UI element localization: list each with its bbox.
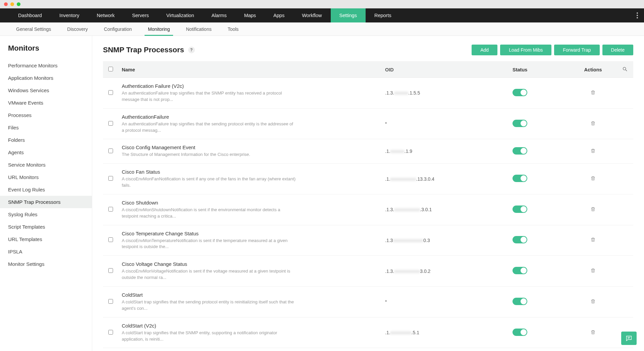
- status-toggle[interactable]: [513, 147, 527, 155]
- sidebar-item-application-monitors[interactable]: Application Monitors: [0, 72, 92, 84]
- row-name[interactable]: Cisco Config Management Event: [122, 144, 378, 150]
- sidebar-item-script-templates[interactable]: Script Templates: [0, 221, 92, 233]
- status-toggle[interactable]: [513, 89, 527, 96]
- oid-prefix: *: [385, 299, 387, 304]
- row-name[interactable]: Cisco Temperature Change Status: [122, 231, 378, 236]
- delete-row-icon[interactable]: [590, 237, 596, 242]
- subnav-item-general-settings[interactable]: General Settings: [8, 22, 59, 36]
- row-checkbox[interactable]: [108, 299, 113, 304]
- row-name[interactable]: AuthenticationFailure: [122, 114, 378, 120]
- delete-row-icon[interactable]: [590, 299, 596, 304]
- oid-obscured: xxxxxxxxxxxxx: [393, 238, 423, 243]
- subnav-item-configuration[interactable]: Configuration: [96, 22, 140, 36]
- topnav-item-dashboard[interactable]: Dashboard: [9, 8, 51, 22]
- sidebar-item-windows-services[interactable]: Windows Services: [0, 84, 92, 97]
- oid-suffix: .3.0.1: [420, 207, 432, 212]
- topnav-item-network[interactable]: Network: [88, 8, 123, 22]
- sidebar-item-snmp-trap-processors[interactable]: SNMP Trap Processors: [0, 196, 92, 208]
- forward-trap-button[interactable]: Forward Trap: [554, 45, 599, 55]
- delete-row-icon[interactable]: [590, 268, 596, 273]
- sidebar-item-event-log-rules[interactable]: Event Log Rules: [0, 183, 92, 196]
- kebab-menu-icon[interactable]: [637, 12, 638, 18]
- topnav-item-settings[interactable]: Settings: [331, 8, 366, 22]
- delete-row-icon[interactable]: [590, 121, 596, 126]
- status-toggle[interactable]: [513, 298, 527, 305]
- status-toggle[interactable]: [513, 206, 527, 213]
- window-titlebar: [0, 0, 644, 8]
- status-toggle[interactable]: [513, 267, 527, 274]
- status-toggle[interactable]: [513, 236, 527, 243]
- chat-fab[interactable]: [621, 332, 637, 345]
- subnav-item-monitoring[interactable]: Monitoring: [140, 22, 178, 36]
- delete-row-icon[interactable]: [590, 330, 596, 335]
- delete-row-icon[interactable]: [590, 90, 596, 95]
- sidebar-item-folders[interactable]: Folders: [0, 134, 92, 146]
- topnav-item-workflow[interactable]: Workflow: [293, 8, 330, 22]
- topnav-item-maps[interactable]: Maps: [235, 8, 265, 22]
- row-checkbox[interactable]: [108, 330, 113, 335]
- topnav-item-reports[interactable]: Reports: [366, 8, 400, 22]
- sidebar-item-syslog-rules[interactable]: Syslog Rules: [0, 208, 92, 221]
- oid-obscured: xxxxxxxxxxx: [390, 176, 416, 182]
- help-icon[interactable]: ?: [188, 47, 195, 53]
- row-checkbox[interactable]: [108, 121, 113, 126]
- sidebar-item-url-monitors[interactable]: URL Monitors: [0, 171, 92, 183]
- minimize-window-icon[interactable]: [10, 2, 14, 6]
- col-status: Status: [509, 62, 570, 78]
- row-description: The Structure of Management Information …: [122, 152, 296, 158]
- topnav-item-virtualization[interactable]: Virtualization: [158, 8, 203, 22]
- search-icon[interactable]: [622, 67, 628, 73]
- status-toggle[interactable]: [513, 329, 527, 336]
- col-name: Name: [118, 62, 382, 78]
- topnav-item-alarms[interactable]: Alarms: [203, 8, 235, 22]
- load-from-mibs-button[interactable]: Load From Mibs: [500, 45, 551, 55]
- status-toggle[interactable]: [513, 175, 527, 182]
- status-toggle[interactable]: [513, 120, 527, 127]
- row-checkbox[interactable]: [108, 90, 113, 95]
- select-all-checkbox[interactable]: [108, 67, 113, 71]
- row-name[interactable]: Authentication Failure (V2c): [122, 83, 378, 89]
- row-name[interactable]: Cisco Fan Status: [122, 169, 378, 175]
- page-header: SNMP Trap Processors ? Add Load From Mib…: [103, 45, 633, 62]
- row-checkbox[interactable]: [108, 149, 113, 153]
- sidebar-item-processes[interactable]: Processes: [0, 109, 92, 121]
- row-oid: .1.3.xxxxxxxxxxx3.0.2: [382, 256, 509, 287]
- sidebar-item-files[interactable]: Files: [0, 121, 92, 134]
- topnav: DashboardInventoryNetworkServersVirtuali…: [0, 8, 644, 22]
- row-checkbox[interactable]: [108, 176, 113, 181]
- row-description: An authenticationFailure trap signifies …: [122, 121, 296, 134]
- delete-button[interactable]: Delete: [602, 45, 633, 55]
- delete-row-icon[interactable]: [590, 148, 596, 154]
- sidebar-item-monitor-settings[interactable]: Monitor Settings: [0, 258, 92, 270]
- oid-prefix: .1.3: [385, 238, 393, 243]
- topnav-item-apps[interactable]: Apps: [265, 8, 293, 22]
- sidebar-item-vmware-events[interactable]: VMware Events: [0, 97, 92, 109]
- row-name[interactable]: Cisco Voltage Change Status: [122, 261, 378, 267]
- sidebar-item-url-templates[interactable]: URL Templates: [0, 233, 92, 245]
- oid-prefix: .1.3.: [385, 207, 394, 212]
- delete-row-icon[interactable]: [590, 176, 596, 181]
- row-description: A ciscoEnvMonTemperatureNotification is …: [122, 238, 296, 250]
- topnav-item-inventory[interactable]: Inventory: [51, 8, 88, 22]
- subnav-item-notifications[interactable]: Notifications: [178, 22, 219, 36]
- row-name[interactable]: ColdStart: [122, 292, 378, 298]
- close-window-icon[interactable]: [4, 2, 8, 6]
- row-description: A ciscoEnvMonVoltageNotification is sent…: [122, 268, 296, 281]
- maximize-window-icon[interactable]: [17, 2, 20, 6]
- row-name[interactable]: Cisco Shutdown: [122, 200, 378, 206]
- row-checkbox[interactable]: [108, 207, 113, 212]
- delete-row-icon[interactable]: [590, 207, 596, 212]
- row-checkbox[interactable]: [108, 268, 113, 273]
- sidebar: Monitors Performance MonitorsApplication…: [0, 36, 92, 351]
- add-button[interactable]: Add: [472, 45, 497, 55]
- oid-suffix: .1.9: [405, 149, 412, 154]
- row-name[interactable]: ColdStart (V2c): [122, 323, 378, 329]
- subnav-item-tools[interactable]: Tools: [220, 22, 247, 36]
- sidebar-item-ipsla[interactable]: IPSLA: [0, 245, 92, 258]
- row-checkbox[interactable]: [108, 237, 113, 242]
- sidebar-item-service-monitors[interactable]: Service Monitors: [0, 159, 92, 171]
- topnav-item-servers[interactable]: Servers: [123, 8, 158, 22]
- sidebar-item-performance-monitors[interactable]: Performance Monitors: [0, 59, 92, 72]
- subnav-item-discovery[interactable]: Discovery: [59, 22, 96, 36]
- sidebar-item-agents[interactable]: Agents: [0, 146, 92, 159]
